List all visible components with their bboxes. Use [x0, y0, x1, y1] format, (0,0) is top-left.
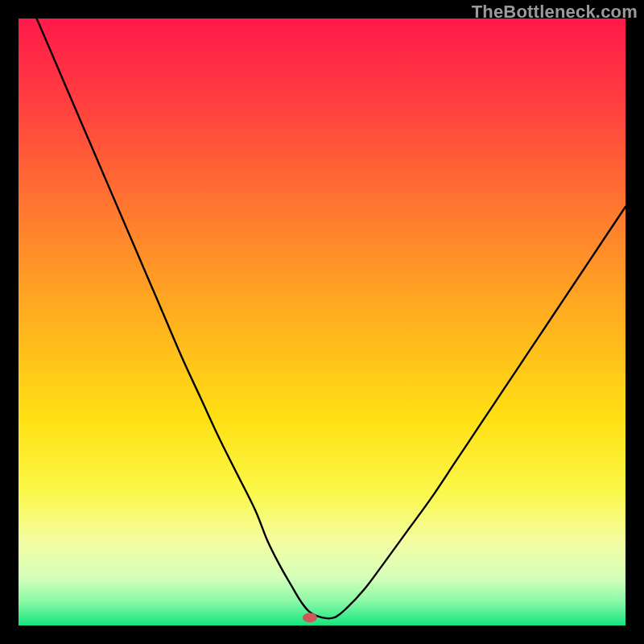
plot-area [19, 19, 625, 625]
curve-svg [19, 19, 625, 625]
optimum-marker [303, 613, 317, 622]
chart-frame: TheBottleneck.com [0, 0, 644, 644]
bottleneck-curve [37, 19, 625, 618]
watermark-text: TheBottleneck.com [472, 2, 638, 23]
